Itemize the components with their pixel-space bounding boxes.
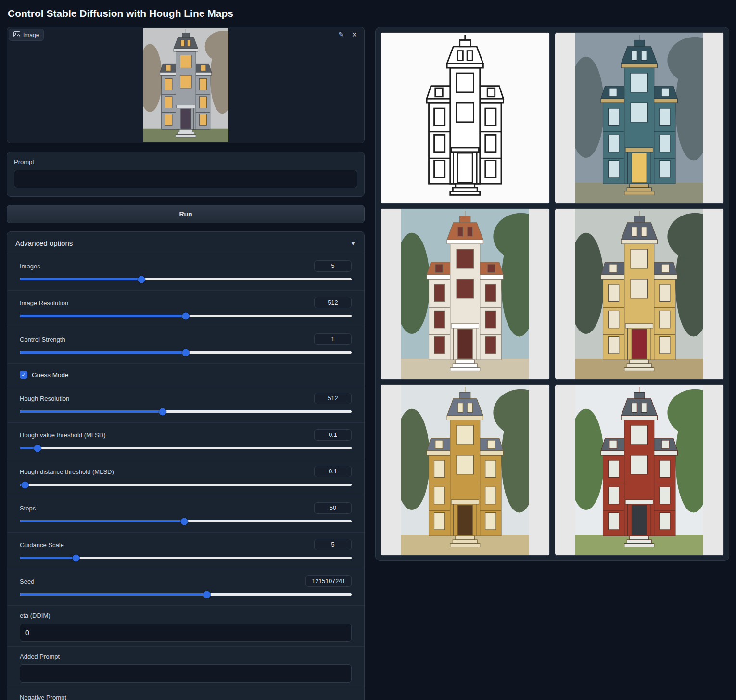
slider-track[interactable] (20, 484, 352, 486)
added-prompt-label: Added Prompt (20, 653, 352, 660)
slider-label: Images (20, 263, 40, 270)
slider-track[interactable] (20, 410, 352, 413)
prompt-label: Prompt (14, 158, 357, 165)
slider-images: Images 5 (7, 254, 364, 290)
hough-line-map-image (401, 33, 529, 203)
slider-handle[interactable] (182, 349, 190, 356)
slider-track[interactable] (20, 351, 352, 354)
white-house-image (401, 209, 529, 379)
slider-guidance-scale: Guidance Scale 5 (7, 532, 364, 569)
slider-handle[interactable] (73, 554, 80, 561)
slider-track[interactable] (20, 278, 352, 280)
slider-handle[interactable] (182, 312, 190, 319)
slider-hough-distance-threshold: Hough distance threshold (MLSD) 0.1 (7, 459, 364, 496)
clear-image-button[interactable]: ✕ (349, 30, 360, 39)
slider-track[interactable] (20, 557, 352, 559)
added-prompt-field: Added Prompt (7, 646, 364, 687)
slider-label: Image Resolution (20, 299, 68, 306)
slider-handle[interactable] (22, 481, 29, 488)
results-column (375, 27, 729, 561)
slider-value-box[interactable]: 512 (314, 297, 352, 308)
slider-label: Seed (20, 578, 34, 585)
checkbox-icon[interactable]: ✓ (20, 371, 27, 379)
eta-input[interactable] (20, 624, 352, 642)
slider-label: Steps (20, 505, 36, 512)
cream-house-image (575, 209, 703, 379)
output-gallery (375, 27, 729, 561)
slider-track[interactable] (20, 315, 352, 317)
gallery-item-cream-house[interactable] (555, 208, 724, 380)
controls-column: Image ✎ ✕ Prompt Run Advanced options ▼ (7, 27, 365, 700)
main-layout: Image ✎ ✕ Prompt Run Advanced options ▼ (7, 27, 729, 700)
slider-value-box[interactable]: 0.1 (314, 429, 352, 441)
advanced-options-panel: Advanced options ▼ Images 5 Image Resolu… (7, 231, 365, 700)
slider-value-box[interactable]: 50 (314, 502, 352, 514)
prompt-input[interactable] (14, 170, 357, 188)
red-house-image (575, 385, 703, 555)
gallery-item-hough-line-map[interactable] (381, 32, 550, 204)
golden-house-image (401, 385, 529, 555)
run-button[interactable]: Run (7, 205, 365, 223)
app: Control Stable Diffusion with Hough Line… (0, 0, 736, 700)
slider-handle[interactable] (138, 276, 145, 283)
advanced-options-title: Advanced options (15, 239, 73, 247)
slider-value-box[interactable]: 1215107241 (305, 575, 352, 587)
image-toolbar: ✎ ✕ (336, 30, 360, 39)
slider-label: Guidance Scale (20, 541, 64, 548)
slider-track[interactable] (20, 447, 352, 449)
eta-field: eta (DDIM) (7, 605, 364, 646)
negative-prompt-label: Negative Prompt (20, 694, 352, 700)
slider-track[interactable] (20, 593, 352, 596)
uploaded-house-photo[interactable] (143, 28, 229, 142)
prompt-panel: Prompt (7, 152, 365, 197)
gallery-item-golden-house[interactable] (381, 384, 550, 556)
slider-value-box[interactable]: 5 (314, 260, 352, 272)
input-image-panel: Image ✎ ✕ (7, 27, 365, 143)
chevron-down-icon: ▼ (350, 240, 356, 247)
negative-prompt-field: Negative Prompt (7, 687, 364, 700)
slider-label: Hough value threshold (MLSD) (20, 432, 105, 439)
added-prompt-input[interactable] (20, 664, 352, 683)
slider-value-box[interactable]: 512 (314, 393, 352, 404)
eta-label: eta (DDIM) (20, 612, 352, 619)
slider-hough-resolution: Hough Resolution 512 (7, 386, 364, 422)
slider-image-resolution: Image Resolution 512 (7, 290, 364, 327)
guess-mode-label: Guess Mode (32, 371, 69, 379)
image-icon (13, 31, 20, 38)
slider-handle[interactable] (181, 518, 188, 525)
slider-value-box[interactable]: 1 (314, 333, 352, 345)
page-title: Control Stable Diffusion with Hough Line… (8, 8, 729, 19)
slider-steps: Steps 50 (7, 496, 364, 532)
slider-seed: Seed 1215107241 (7, 569, 364, 605)
guess-mode-checkbox[interactable]: ✓ Guess Mode (7, 363, 364, 386)
slider-value-box[interactable]: 5 (314, 539, 352, 550)
slider-hough-value-threshold: Hough value threshold (MLSD) 0.1 (7, 422, 364, 459)
edit-image-button[interactable]: ✎ (336, 30, 347, 39)
slider-handle[interactable] (34, 445, 41, 452)
slider-label: Hough distance threshold (MLSD) (20, 468, 114, 475)
slider-value-box[interactable]: 0.1 (314, 466, 352, 477)
slider-track[interactable] (20, 520, 352, 522)
slider-handle[interactable] (159, 408, 166, 415)
gallery-item-blue-house[interactable] (555, 32, 724, 204)
advanced-options-header[interactable]: Advanced options ▼ (7, 232, 364, 254)
gallery-item-white-house[interactable] (381, 208, 550, 380)
slider-label: Hough Resolution (20, 395, 69, 402)
gallery-item-red-house[interactable] (555, 384, 724, 556)
slider-control-strength: Control Strength 1 (7, 327, 364, 363)
slider-handle[interactable] (203, 591, 211, 598)
blue-house-image (575, 33, 703, 203)
slider-label: Control Strength (20, 336, 65, 343)
image-label-tab: Image (9, 29, 44, 41)
image-label: Image (23, 32, 39, 38)
